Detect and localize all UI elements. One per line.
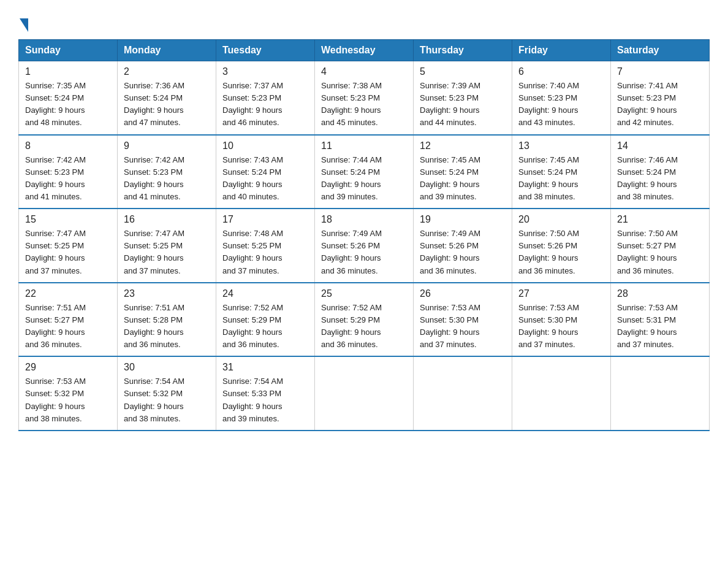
day-info: Sunrise: 7:46 AM Sunset: 5:24 PM Dayligh… — [617, 154, 703, 204]
header-thursday: Thursday — [414, 40, 512, 61]
day-info: Sunrise: 7:39 AM Sunset: 5:23 PM Dayligh… — [420, 80, 506, 129]
calendar-day-cell: 4 Sunrise: 7:38 AM Sunset: 5:23 PM Dayli… — [315, 61, 414, 135]
header-saturday: Saturday — [611, 40, 710, 61]
day-info: Sunrise: 7:47 AM Sunset: 5:25 PM Dayligh… — [25, 228, 111, 277]
day-info: Sunrise: 7:53 AM Sunset: 5:31 PM Dayligh… — [617, 302, 703, 351]
calendar-week-row: 29 Sunrise: 7:53 AM Sunset: 5:32 PM Dayl… — [19, 356, 710, 431]
calendar-day-cell: 25 Sunrise: 7:52 AM Sunset: 5:29 PM Dayl… — [315, 283, 414, 357]
day-info: Sunrise: 7:40 AM Sunset: 5:23 PM Dayligh… — [518, 80, 604, 129]
day-number: 29 — [25, 362, 111, 373]
day-number: 27 — [518, 288, 604, 299]
logo-triangle-icon — [20, 18, 28, 32]
calendar-day-cell — [414, 356, 512, 431]
day-info: Sunrise: 7:43 AM Sunset: 5:24 PM Dayligh… — [222, 154, 308, 204]
calendar-day-cell: 3 Sunrise: 7:37 AM Sunset: 5:23 PM Dayli… — [216, 61, 315, 135]
day-number: 11 — [321, 140, 407, 151]
day-info: Sunrise: 7:45 AM Sunset: 5:24 PM Dayligh… — [518, 154, 604, 204]
day-number: 25 — [321, 288, 407, 299]
page-header — [18, 12, 710, 28]
header-wednesday: Wednesday — [315, 40, 414, 61]
day-info: Sunrise: 7:49 AM Sunset: 5:26 PM Dayligh… — [321, 228, 407, 277]
day-number: 6 — [518, 66, 604, 77]
calendar-day-cell: 29 Sunrise: 7:53 AM Sunset: 5:32 PM Dayl… — [19, 356, 118, 431]
day-info: Sunrise: 7:53 AM Sunset: 5:32 PM Dayligh… — [25, 375, 111, 425]
day-info: Sunrise: 7:50 AM Sunset: 5:26 PM Dayligh… — [518, 228, 604, 277]
day-number: 3 — [222, 66, 308, 77]
calendar-day-cell: 11 Sunrise: 7:44 AM Sunset: 5:24 PM Dayl… — [315, 135, 414, 209]
calendar-day-cell: 18 Sunrise: 7:49 AM Sunset: 5:26 PM Dayl… — [315, 209, 414, 283]
calendar-day-cell: 10 Sunrise: 7:43 AM Sunset: 5:24 PM Dayl… — [216, 135, 315, 209]
calendar-day-cell: 7 Sunrise: 7:41 AM Sunset: 5:23 PM Dayli… — [611, 61, 710, 135]
day-number: 15 — [25, 214, 111, 225]
calendar-day-cell: 12 Sunrise: 7:45 AM Sunset: 5:24 PM Dayl… — [414, 135, 512, 209]
calendar-day-cell — [512, 356, 611, 431]
day-number: 23 — [124, 288, 210, 299]
calendar-day-cell: 9 Sunrise: 7:42 AM Sunset: 5:23 PM Dayli… — [118, 135, 216, 209]
day-number: 22 — [25, 288, 111, 299]
logo — [18, 18, 28, 28]
calendar-day-cell: 31 Sunrise: 7:54 AM Sunset: 5:33 PM Dayl… — [216, 356, 315, 431]
calendar-table: Sunday Monday Tuesday Wednesday Thursday… — [18, 39, 710, 431]
calendar-day-cell: 8 Sunrise: 7:42 AM Sunset: 5:23 PM Dayli… — [19, 135, 118, 209]
day-number: 12 — [420, 140, 506, 151]
day-number: 30 — [124, 362, 210, 373]
day-info: Sunrise: 7:45 AM Sunset: 5:24 PM Dayligh… — [420, 154, 506, 204]
calendar-day-cell: 23 Sunrise: 7:51 AM Sunset: 5:28 PM Dayl… — [118, 283, 216, 357]
calendar-day-cell — [315, 356, 414, 431]
calendar-day-cell: 27 Sunrise: 7:53 AM Sunset: 5:30 PM Dayl… — [512, 283, 611, 357]
day-number: 16 — [124, 214, 210, 225]
calendar-day-cell: 24 Sunrise: 7:52 AM Sunset: 5:29 PM Dayl… — [216, 283, 315, 357]
day-info: Sunrise: 7:44 AM Sunset: 5:24 PM Dayligh… — [321, 154, 407, 204]
calendar-day-cell: 30 Sunrise: 7:54 AM Sunset: 5:32 PM Dayl… — [118, 356, 216, 431]
header-friday: Friday — [512, 40, 611, 61]
calendar-day-cell: 5 Sunrise: 7:39 AM Sunset: 5:23 PM Dayli… — [414, 61, 512, 135]
calendar-day-cell: 21 Sunrise: 7:50 AM Sunset: 5:27 PM Dayl… — [611, 209, 710, 283]
weekday-header-row: Sunday Monday Tuesday Wednesday Thursday… — [19, 40, 710, 61]
calendar-week-row: 15 Sunrise: 7:47 AM Sunset: 5:25 PM Dayl… — [19, 209, 710, 283]
calendar-day-cell: 14 Sunrise: 7:46 AM Sunset: 5:24 PM Dayl… — [611, 135, 710, 209]
day-info: Sunrise: 7:51 AM Sunset: 5:27 PM Dayligh… — [25, 302, 111, 351]
day-info: Sunrise: 7:36 AM Sunset: 5:24 PM Dayligh… — [124, 80, 210, 129]
day-number: 24 — [222, 288, 308, 299]
day-number: 1 — [25, 66, 111, 77]
day-info: Sunrise: 7:50 AM Sunset: 5:27 PM Dayligh… — [617, 228, 703, 277]
day-info: Sunrise: 7:52 AM Sunset: 5:29 PM Dayligh… — [222, 302, 308, 351]
day-info: Sunrise: 7:41 AM Sunset: 5:23 PM Dayligh… — [617, 80, 703, 129]
calendar-day-cell: 1 Sunrise: 7:35 AM Sunset: 5:24 PM Dayli… — [19, 61, 118, 135]
day-number: 20 — [518, 214, 604, 225]
day-number: 4 — [321, 66, 407, 77]
calendar-day-cell: 19 Sunrise: 7:49 AM Sunset: 5:26 PM Dayl… — [414, 209, 512, 283]
calendar-week-row: 1 Sunrise: 7:35 AM Sunset: 5:24 PM Dayli… — [19, 61, 710, 135]
day-number: 26 — [420, 288, 506, 299]
day-number: 7 — [617, 66, 703, 77]
day-number: 31 — [222, 362, 308, 373]
calendar-day-cell — [611, 356, 710, 431]
day-info: Sunrise: 7:54 AM Sunset: 5:32 PM Dayligh… — [124, 375, 210, 425]
day-number: 9 — [124, 140, 210, 151]
header-tuesday: Tuesday — [216, 40, 315, 61]
calendar-day-cell: 26 Sunrise: 7:53 AM Sunset: 5:30 PM Dayl… — [414, 283, 512, 357]
day-number: 2 — [124, 66, 210, 77]
day-info: Sunrise: 7:53 AM Sunset: 5:30 PM Dayligh… — [420, 302, 506, 351]
day-number: 28 — [617, 288, 703, 299]
day-info: Sunrise: 7:42 AM Sunset: 5:23 PM Dayligh… — [25, 154, 111, 204]
day-number: 13 — [518, 140, 604, 151]
day-number: 8 — [25, 140, 111, 151]
day-info: Sunrise: 7:42 AM Sunset: 5:23 PM Dayligh… — [124, 154, 210, 204]
day-info: Sunrise: 7:48 AM Sunset: 5:25 PM Dayligh… — [222, 228, 308, 277]
calendar-week-row: 8 Sunrise: 7:42 AM Sunset: 5:23 PM Dayli… — [19, 135, 710, 209]
day-number: 19 — [420, 214, 506, 225]
day-info: Sunrise: 7:35 AM Sunset: 5:24 PM Dayligh… — [25, 80, 111, 129]
calendar-day-cell: 2 Sunrise: 7:36 AM Sunset: 5:24 PM Dayli… — [118, 61, 216, 135]
day-info: Sunrise: 7:52 AM Sunset: 5:29 PM Dayligh… — [321, 302, 407, 351]
day-number: 5 — [420, 66, 506, 77]
day-info: Sunrise: 7:38 AM Sunset: 5:23 PM Dayligh… — [321, 80, 407, 129]
calendar-day-cell: 15 Sunrise: 7:47 AM Sunset: 5:25 PM Dayl… — [19, 209, 118, 283]
calendar-day-cell: 16 Sunrise: 7:47 AM Sunset: 5:25 PM Dayl… — [118, 209, 216, 283]
day-info: Sunrise: 7:37 AM Sunset: 5:23 PM Dayligh… — [222, 80, 308, 129]
day-info: Sunrise: 7:49 AM Sunset: 5:26 PM Dayligh… — [420, 228, 506, 277]
calendar-day-cell: 20 Sunrise: 7:50 AM Sunset: 5:26 PM Dayl… — [512, 209, 611, 283]
day-info: Sunrise: 7:53 AM Sunset: 5:30 PM Dayligh… — [518, 302, 604, 351]
calendar-day-cell: 6 Sunrise: 7:40 AM Sunset: 5:23 PM Dayli… — [512, 61, 611, 135]
day-number: 10 — [222, 140, 308, 151]
